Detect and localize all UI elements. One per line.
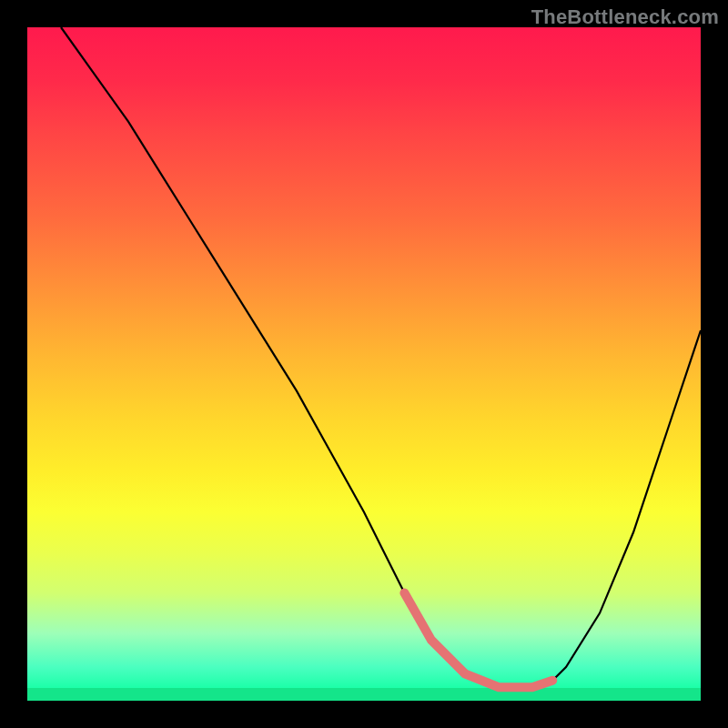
bottleneck-curve-svg: [27, 27, 701, 701]
bottleneck-curve-line: [61, 27, 701, 687]
chart-frame: TheBottleneck.com: [0, 0, 728, 728]
watermark-text: TheBottleneck.com: [531, 5, 719, 29]
optimal-range-highlight: [404, 593, 552, 688]
heatmap-plot-area: [27, 27, 701, 701]
